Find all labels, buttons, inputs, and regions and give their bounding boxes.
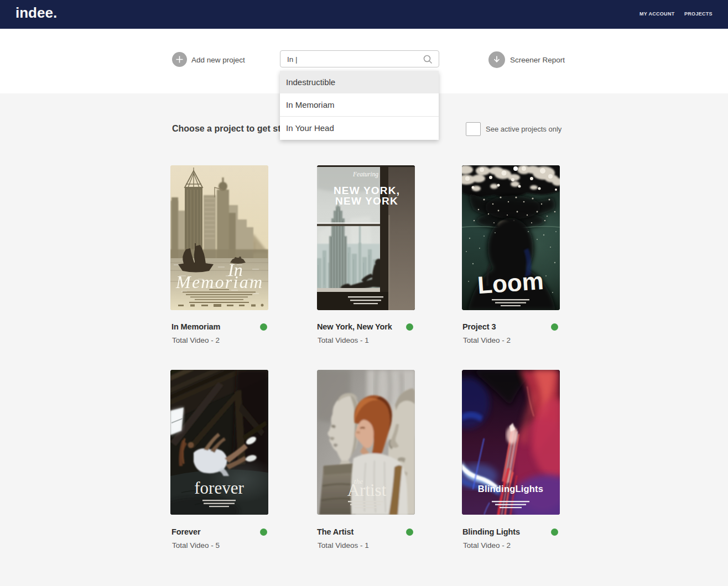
svg-text:NEW YORK,: NEW YORK, <box>334 185 400 196</box>
svg-text:Artist: Artist <box>347 480 387 500</box>
svg-text:Featuring: Featuring <box>352 171 378 178</box>
svg-text:forever: forever <box>194 478 244 498</box>
svg-text:BlindingLights: BlindingLights <box>478 484 543 494</box>
svg-text:Loom: Loom <box>476 267 544 299</box>
svg-text:NEW YORK: NEW YORK <box>335 195 398 207</box>
svg-text:Memoriam: Memoriam <box>175 272 262 292</box>
